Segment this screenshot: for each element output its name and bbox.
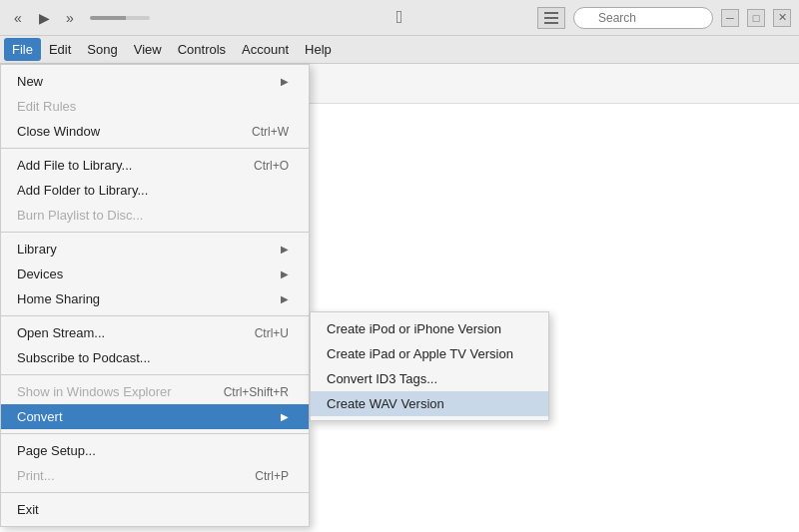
apple-logo-icon:  xyxy=(397,7,403,27)
separator-2 xyxy=(1,232,309,233)
menu-entry-burn: Burn Playlist to Disc... xyxy=(1,203,309,228)
svg-rect-1 xyxy=(544,17,558,19)
submenu-entry-id3[interactable]: Convert ID3 Tags... xyxy=(311,366,548,391)
convert-submenu: Create iPod or iPhone Version Create iPa… xyxy=(310,311,549,421)
menu-view[interactable]: View xyxy=(126,38,170,61)
arrow-icon-3: ▶ xyxy=(281,268,289,279)
menu-entry-add-file-shortcut: Ctrl+O xyxy=(254,159,289,173)
menu-entry-exit-label: Exit xyxy=(17,502,39,517)
arrow-icon: ▶ xyxy=(281,76,289,87)
title-bar: « ▶ »  🔍 ─ □ ✕ xyxy=(0,0,799,36)
menu-bar: File Edit Song View Controls Account Hel… xyxy=(0,36,799,64)
menu-song[interactable]: Song xyxy=(79,38,125,61)
menu-controls[interactable]: Controls xyxy=(170,38,234,61)
separator-6 xyxy=(1,492,309,493)
menu-entry-burn-label: Burn Playlist to Disc... xyxy=(17,208,143,223)
arrow-icon-2: ▶ xyxy=(281,244,289,255)
menu-entry-print-label: Print... xyxy=(17,468,55,483)
menu-file[interactable]: File xyxy=(4,38,41,61)
menu-entry-add-folder[interactable]: Add Folder to Library... xyxy=(1,178,309,203)
title-bar-right: 🔍 ─ □ ✕ xyxy=(537,7,791,29)
submenu-entry-ipad[interactable]: Create iPad or Apple TV Version xyxy=(311,341,548,366)
file-menu-dropdown: New ▶ Edit Rules Close Window Ctrl+W Add… xyxy=(0,64,310,527)
menu-entry-edit-rules: Edit Rules xyxy=(1,94,309,119)
separator-1 xyxy=(1,148,309,149)
menu-entry-add-folder-label: Add Folder to Library... xyxy=(17,183,148,198)
menu-entry-subscribe-podcast-label: Subscribe to Podcast... xyxy=(17,350,151,365)
menu-entry-convert[interactable]: Convert ▶ xyxy=(1,404,309,429)
transport-controls: « ▶ » xyxy=(8,8,537,28)
arrow-icon-5: ▶ xyxy=(281,411,289,422)
menu-entry-open-stream-label: Open Stream... xyxy=(17,325,105,340)
menu-account[interactable]: Account xyxy=(234,38,297,61)
play-button[interactable]: ▶ xyxy=(34,8,54,28)
menu-entry-show-explorer-label: Show in Windows Explorer xyxy=(17,384,172,399)
rewind-button[interactable]: « xyxy=(8,8,28,28)
title-bar-center:  xyxy=(397,7,403,28)
menu-entry-print-shortcut: Ctrl+P xyxy=(255,469,289,483)
menu-entry-page-setup[interactable]: Page Setup... xyxy=(1,438,309,463)
separator-4 xyxy=(1,374,309,375)
menu-entry-page-setup-label: Page Setup... xyxy=(17,443,96,458)
menu-entry-show-explorer-shortcut: Ctrl+Shift+R xyxy=(224,385,289,399)
menu-edit[interactable]: Edit xyxy=(41,38,79,61)
arrow-icon-4: ▶ xyxy=(281,293,289,304)
menu-entry-close-window-label: Close Window xyxy=(17,124,100,139)
menu-entry-new[interactable]: New ▶ xyxy=(1,69,309,94)
menu-entry-home-sharing-label: Home Sharing xyxy=(17,291,100,306)
close-button[interactable]: ✕ xyxy=(773,9,791,27)
menu-entry-library[interactable]: Library ▶ xyxy=(1,237,309,262)
submenu-entry-wav[interactable]: Create WAV Version xyxy=(311,391,548,416)
submenu-entry-ipod[interactable]: Create iPod or iPhone Version xyxy=(311,316,548,341)
list-view-button[interactable] xyxy=(537,7,565,29)
menu-entry-print: Print... Ctrl+P xyxy=(1,463,309,488)
menu-entry-devices-label: Devices xyxy=(17,266,63,281)
menu-entry-exit[interactable]: Exit xyxy=(1,497,309,522)
menu-entry-open-stream-shortcut: Ctrl+U xyxy=(255,326,289,340)
menu-entry-new-label: New xyxy=(17,74,43,89)
search-wrapper: 🔍 xyxy=(573,7,713,29)
menu-entry-library-label: Library xyxy=(17,242,57,257)
menu-entry-subscribe-podcast[interactable]: Subscribe to Podcast... xyxy=(1,345,309,370)
menu-entry-close-window[interactable]: Close Window Ctrl+W xyxy=(1,119,309,144)
forward-button[interactable]: » xyxy=(60,8,80,28)
volume-slider[interactable] xyxy=(90,16,150,20)
menu-entry-devices[interactable]: Devices ▶ xyxy=(1,262,309,286)
menu-entry-open-stream[interactable]: Open Stream... Ctrl+U xyxy=(1,320,309,345)
maximize-button[interactable]: □ xyxy=(747,9,765,27)
menu-entry-add-file[interactable]: Add File to Library... Ctrl+O xyxy=(1,153,309,178)
menu-help[interactable]: Help xyxy=(297,38,340,61)
search-input[interactable] xyxy=(573,7,713,29)
menu-entry-close-window-shortcut: Ctrl+W xyxy=(252,125,289,139)
svg-rect-2 xyxy=(544,22,558,24)
menu-entry-convert-label: Convert xyxy=(17,409,63,424)
list-icon xyxy=(544,12,558,24)
separator-3 xyxy=(1,315,309,316)
separator-5 xyxy=(1,433,309,434)
menu-entry-show-explorer: Show in Windows Explorer Ctrl+Shift+R xyxy=(1,379,309,404)
menu-entry-add-file-label: Add File to Library... xyxy=(17,158,132,173)
menu-entry-home-sharing[interactable]: Home Sharing ▶ xyxy=(1,286,309,311)
minimize-button[interactable]: ─ xyxy=(721,9,739,27)
menu-entry-edit-rules-label: Edit Rules xyxy=(17,99,76,114)
svg-rect-0 xyxy=(544,12,558,14)
